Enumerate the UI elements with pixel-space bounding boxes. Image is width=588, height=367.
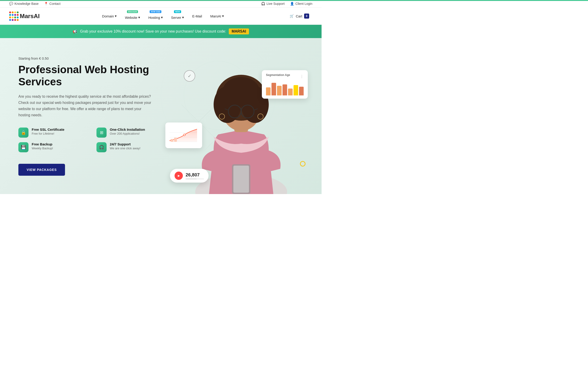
nav-email[interactable]: E-Mail xyxy=(189,12,205,20)
one-click-subtitle: Over 200 Applications! xyxy=(110,132,145,135)
logo-dot xyxy=(14,19,16,21)
nav-domain[interactable]: Domain ▾ xyxy=(99,12,120,20)
nav-website-label: Website xyxy=(125,16,137,19)
knowledge-base-link[interactable]: 💬 Knowledge Base xyxy=(9,2,39,6)
logo-dot xyxy=(17,17,19,18)
hosting-nvmssd-badge: NVM SSD xyxy=(150,10,162,13)
nav-marsai-label: MarsAI xyxy=(210,14,221,18)
nav-marsai[interactable]: MarsAI ▾ xyxy=(207,12,227,20)
contact-link[interactable]: 📍 Contact xyxy=(44,2,61,6)
ssl-title: Free SSL Certificate xyxy=(32,127,64,131)
nav-server[interactable]: NEW Server ▾ xyxy=(168,11,187,21)
logo[interactable]: MarsAI xyxy=(9,11,40,21)
feature-support: 🎧 24/7 Support We are one click away! xyxy=(96,142,161,152)
stats-container: 26,807 xyxy=(186,172,204,179)
support-icon: 🎧 xyxy=(96,142,107,152)
promo-code: MARSAI xyxy=(229,28,249,34)
stats-widget: ▶ 26,807 xyxy=(170,169,208,183)
logo-dots xyxy=(9,11,17,21)
support-title: 24/7 Support xyxy=(110,142,140,146)
feature-backup: 💾 Free Backup Weekly Backup! xyxy=(18,142,83,152)
live-support-icon: 🎧 xyxy=(261,2,265,6)
feature-one-click: ⊞ One-Click Installation Over 200 Applic… xyxy=(96,127,161,138)
backup-text: Free Backup Weekly Backup! xyxy=(32,142,53,150)
logo-dot xyxy=(14,17,16,18)
logo-dot xyxy=(12,14,14,16)
backup-title: Free Backup xyxy=(32,142,53,146)
feature-ssl: 🔒 Free SSL Certificate Free for Lifetime… xyxy=(18,127,83,138)
svg-rect-24 xyxy=(171,139,173,142)
chart-bar xyxy=(266,87,271,95)
ssl-subtitle: Free for Lifetime! xyxy=(32,132,64,135)
chart-bar xyxy=(277,86,282,95)
top-bar-right: 🎧 Live Support 👤 Client Login xyxy=(261,2,312,6)
svg-point-23 xyxy=(184,134,185,135)
chart-menu-icon[interactable]: ⋮ xyxy=(300,74,304,79)
one-click-text: One-Click Installation Over 200 Applicat… xyxy=(110,127,145,135)
backup-subtitle: Weekly Backup! xyxy=(32,147,53,150)
chart-bar xyxy=(288,89,293,95)
logo-dot xyxy=(17,19,19,21)
promo-text: Grab your exclusive 10% discount now! Sa… xyxy=(80,29,226,33)
view-packages-button[interactable]: VIEW PACKAGES xyxy=(18,164,65,176)
svg-rect-18 xyxy=(233,166,249,193)
logo-dot xyxy=(14,11,16,13)
hero-section: Starting from € 0.50 Professional Web Ho… xyxy=(0,38,321,194)
logo-dot xyxy=(9,14,11,16)
knowledge-base-icon: 💬 xyxy=(9,2,13,6)
contact-icon: 📍 xyxy=(44,2,48,6)
one-click-icon: ⊞ xyxy=(96,127,107,138)
live-support-link[interactable]: 🎧 Live Support xyxy=(261,2,285,6)
logo-dot xyxy=(9,17,11,18)
hero-title: Professional Web Hosting Services xyxy=(18,64,161,88)
starting-from: Starting from € 0.50 xyxy=(18,56,161,60)
yellow-circle-decoration xyxy=(300,161,305,167)
play-button[interactable]: ▶ xyxy=(174,172,183,180)
nav-website-chevron: ▾ xyxy=(138,15,140,19)
stats-count: 26,807 xyxy=(186,172,204,177)
mini-bars xyxy=(266,82,304,95)
analytics-chart xyxy=(170,126,197,144)
support-text: 24/7 Support We are one click away! xyxy=(110,142,140,150)
one-click-title: One-Click Installation xyxy=(110,127,145,131)
client-login-link[interactable]: 👤 Client Login xyxy=(290,2,312,6)
ssl-text: Free SSL Certificate Free for Lifetime! xyxy=(32,127,64,135)
hero-left: Starting from € 0.50 Professional Web Ho… xyxy=(18,52,161,194)
svg-rect-25 xyxy=(174,138,177,142)
nav-server-chevron: ▾ xyxy=(182,15,184,19)
features-grid: 🔒 Free SSL Certificate Free for Lifetime… xyxy=(18,127,161,152)
chart-bar xyxy=(271,83,276,95)
nav-email-label: E-Mail xyxy=(192,14,202,18)
nav-items: Domain ▾ Discount Website ▾ NVM SSD Host… xyxy=(99,11,227,21)
contact-label: Contact xyxy=(49,2,61,6)
logo-dot xyxy=(12,19,14,21)
nav-server-label: Server xyxy=(171,16,181,19)
logo-dot xyxy=(12,17,14,18)
promo-banner: 📢 Grab your exclusive 10% discount now! … xyxy=(0,25,321,38)
checkmark-circle: ✓ xyxy=(184,70,195,82)
client-login-label: Client Login xyxy=(295,2,312,6)
cart-button[interactable]: 🛒 Cart 0 xyxy=(286,12,312,20)
nav-hosting[interactable]: NVM SSD Hosting ▾ xyxy=(145,11,166,21)
chart-title: Segmentation Age xyxy=(266,73,290,77)
logo-dot xyxy=(17,14,19,16)
logo-dot xyxy=(9,11,11,13)
analytics-widget xyxy=(165,123,202,148)
logo-dot xyxy=(17,11,19,13)
nav-marsai-chevron: ▾ xyxy=(222,14,224,18)
chart-bar xyxy=(294,85,298,95)
green-top-line xyxy=(0,0,321,1)
nav-domain-label: Domain xyxy=(102,14,114,18)
navbar: MarsAI Domain ▾ Discount Website ▾ NVM S… xyxy=(0,8,321,25)
server-new-badge: NEW xyxy=(174,10,181,13)
hero-description: Are you ready to receive the highest qua… xyxy=(18,93,152,118)
nav-domain-chevron: ▾ xyxy=(115,14,117,18)
ssl-icon: 🔒 xyxy=(18,127,28,138)
svg-point-9 xyxy=(223,77,259,105)
backup-icon: 💾 xyxy=(18,142,28,152)
cart-icon: 🛒 xyxy=(290,14,294,18)
logo-dot xyxy=(12,11,14,13)
client-login-icon: 👤 xyxy=(290,2,294,6)
nav-website[interactable]: Discount Website ▾ xyxy=(122,11,143,21)
hero-right: Segmentation Age ⋮ xyxy=(170,52,312,194)
